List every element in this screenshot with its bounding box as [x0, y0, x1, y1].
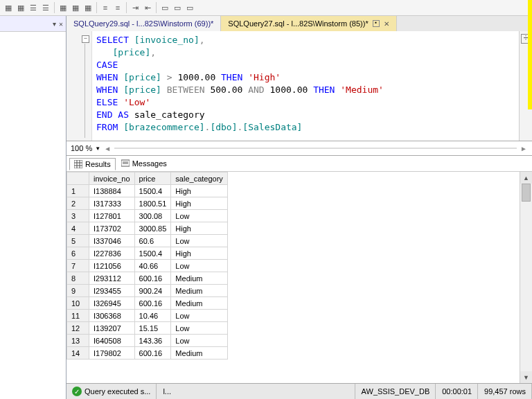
success-icon: ✓: [72, 387, 82, 396]
top-toolbar: ▦ ▦ ☰ ☰ ▦ ▦ ▦ ≡ ≡ ⇥ ⇤ ▭ ▭ ▭: [0, 0, 532, 16]
pin-icon[interactable]: ▪: [373, 20, 380, 27]
table-row[interactable]: 10I326945600.16Medium: [67, 297, 228, 310]
table-row[interactable]: 12I13920715.15Low: [67, 322, 228, 335]
table-row[interactable]: 6I2278361500.4High: [67, 247, 228, 260]
tb-icon[interactable]: ⇥: [130, 2, 141, 13]
table-row[interactable]: 11I30636810.46Low: [67, 310, 228, 322]
vscrollbar[interactable]: ▲ ▼: [520, 172, 532, 383]
hscroll-track[interactable]: [114, 143, 517, 153]
table-row[interactable]: 8I293112600.16Medium: [67, 272, 228, 285]
sql-editor[interactable]: − SELECT [invoice_no], [price],CASEWHEN …: [66, 31, 532, 141]
tab-messages[interactable]: Messages: [117, 158, 171, 169]
tb-icon[interactable]: ▦: [70, 2, 81, 13]
status-bar: ✓Query executed s... l... AW_SSIS_DEV_DB…: [66, 383, 532, 399]
zoom-level[interactable]: 100 %: [71, 144, 92, 152]
messages-icon: [121, 159, 130, 168]
change-indicator: [528, 0, 532, 109]
results-tabstrip: Results Messages: [66, 156, 532, 172]
column-header[interactable]: invoice_no: [89, 172, 135, 185]
table-row[interactable]: 3I127801300.08Low: [67, 210, 228, 222]
grid-icon: [74, 160, 82, 168]
table-row[interactable]: 2I3173331800.51High: [67, 197, 228, 210]
zoom-dropdown-icon[interactable]: ▼: [95, 145, 100, 152]
table-row[interactable]: 14I179802600.16Medium: [67, 347, 228, 360]
side-panel: ▾✕: [0, 16, 66, 399]
table-row[interactable]: 9I293455900.24Medium: [67, 285, 228, 297]
tab-active[interactable]: SQLQuery27.sql - l...82S\Winstorm (85))*…: [221, 16, 396, 31]
document-tabs: SQLQuery29.sql - l...82S\Winstorm (69))*…: [66, 16, 532, 31]
tb-icon[interactable]: ▭: [172, 2, 183, 13]
scroll-left-icon[interactable]: ◄: [103, 144, 112, 152]
status-time: 00:00:01: [436, 384, 478, 399]
scroll-thumb[interactable]: [522, 184, 531, 202]
status-server: l...: [157, 384, 355, 399]
tb-icon[interactable]: ▭: [159, 2, 170, 13]
tab-inactive[interactable]: SQLQuery29.sql - l...82S\Winstorm (69))*: [66, 16, 221, 31]
status-db: AW_SSIS_DEV_DB: [356, 384, 436, 399]
close-icon[interactable]: ✕: [384, 20, 389, 28]
tb-icon[interactable]: ▦: [57, 2, 69, 13]
tb-icon[interactable]: ⇤: [142, 2, 153, 13]
tb-icon[interactable]: ☰: [28, 2, 39, 13]
scroll-up-icon[interactable]: ▲: [520, 172, 532, 184]
status-exec: ✓Query executed s...: [66, 384, 157, 399]
status-rows: 99,457 rows: [479, 384, 532, 399]
table-row[interactable]: 7I12105640.66Low: [67, 260, 228, 272]
table-row[interactable]: 13I640508143.36Low: [67, 335, 228, 347]
scroll-right-icon[interactable]: ►: [520, 144, 528, 152]
tb-icon[interactable]: ▭: [184, 2, 195, 13]
fold-icon[interactable]: −: [82, 35, 89, 43]
panel-header[interactable]: ▾✕: [0, 16, 66, 32]
tb-icon[interactable]: ▦: [3, 2, 14, 13]
column-header[interactable]: sale_category: [171, 172, 228, 185]
results-grid[interactable]: invoice_nopricesale_category1I1388841500…: [66, 172, 520, 383]
zoom-bar: 100 %▼ ◄ ►: [66, 141, 532, 156]
column-header[interactable]: price: [134, 172, 171, 185]
tb-icon[interactable]: ▦: [82, 2, 94, 13]
table-row[interactable]: 4I1737023000.85High: [67, 222, 228, 235]
table-row[interactable]: 1I1388841500.4High: [67, 185, 228, 197]
tb-icon[interactable]: ≡: [112, 2, 123, 13]
table-row[interactable]: 5I33704660.6Low: [67, 235, 228, 247]
tb-icon[interactable]: ☰: [40, 2, 51, 13]
tab-results[interactable]: Results: [69, 158, 116, 170]
svg-rect-0: [74, 160, 82, 168]
editor-gutter: −: [66, 31, 92, 141]
tb-icon[interactable]: ≡: [100, 2, 111, 13]
tb-icon[interactable]: ▦: [15, 2, 26, 13]
scroll-down-icon[interactable]: ▼: [520, 371, 532, 383]
